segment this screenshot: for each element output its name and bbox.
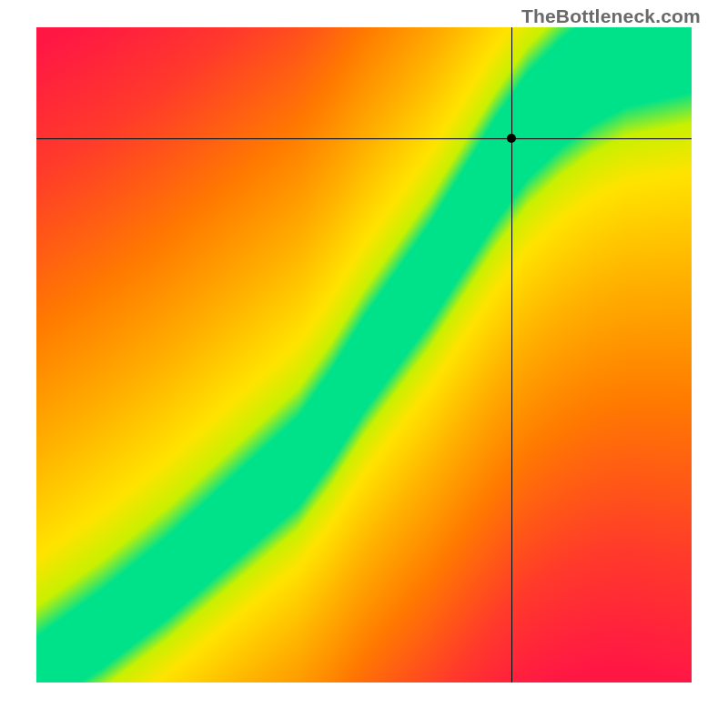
heatmap-canvas bbox=[36, 27, 692, 682]
crosshair-horizontal bbox=[36, 138, 692, 139]
watermark-text: TheBottleneck.com bbox=[521, 5, 701, 27]
crosshair-vertical bbox=[511, 27, 512, 682]
crosshair-dot bbox=[507, 134, 516, 143]
heatmap-plot bbox=[36, 27, 692, 682]
